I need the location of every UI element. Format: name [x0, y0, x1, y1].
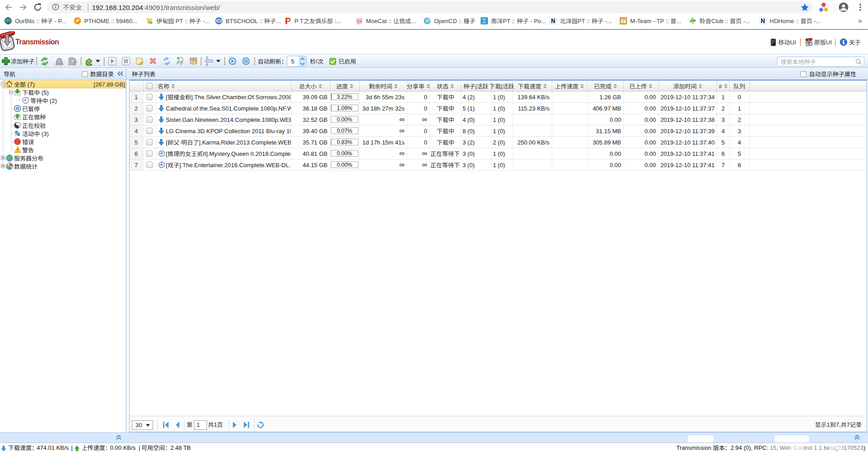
svg-text:BTS: BTS [217, 19, 222, 22]
svg-text:P: P [180, 61, 183, 66]
svg-text:NY: NY [482, 18, 486, 21]
svg-text:PT: PT [482, 21, 486, 24]
